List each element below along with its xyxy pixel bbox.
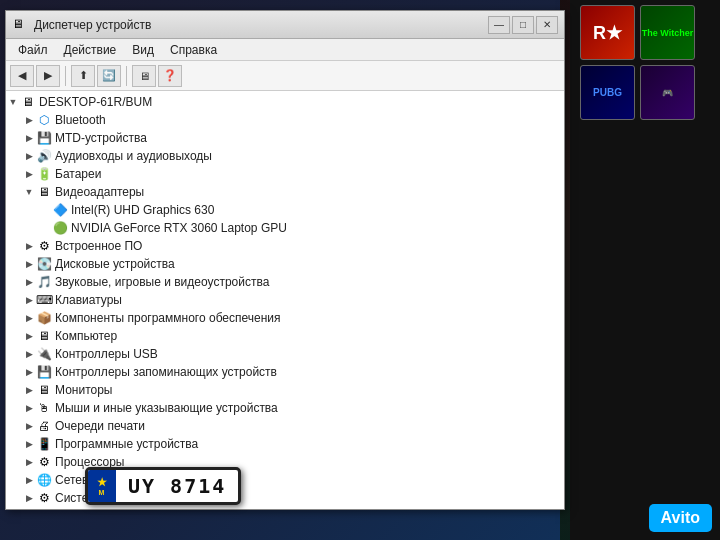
softdev-expander[interactable]: ▶ <box>22 437 36 451</box>
system-icon: ⚙ <box>36 490 52 506</box>
bluetooth-icon: ⬡ <box>36 112 52 128</box>
menu-action[interactable]: Действие <box>56 41 125 59</box>
tree-item-sound[interactable]: ▶ 🎵 Звуковые, игровые и видеоустройства <box>6 273 564 291</box>
tree-item-softdev[interactable]: ▶ 📱 Программные устройства <box>6 435 564 453</box>
monitors-icon: 🖥 <box>36 382 52 398</box>
tree-item-software[interactable]: ▶ 📦 Компоненты программного обеспечения <box>6 309 564 327</box>
hid-icon: 🕹 <box>36 508 52 509</box>
storage-icon: 💾 <box>36 364 52 380</box>
tree-item-intel-gpu[interactable]: ▶ 🔷 Intel(R) UHD Graphics 630 <box>6 201 564 219</box>
disk-icon: 💽 <box>36 256 52 272</box>
video-expander[interactable]: ▼ <box>22 185 36 199</box>
tree-item-print[interactable]: ▶ 🖨 Очереди печати <box>6 417 564 435</box>
up-button[interactable]: ⬆ <box>71 65 95 87</box>
storage-expander[interactable]: ▶ <box>22 365 36 379</box>
computer-expander[interactable]: ▶ <box>22 329 36 343</box>
audio-icon: 🔊 <box>36 148 52 164</box>
tree-item-bluetooth[interactable]: ▶ ⬡ Bluetooth <box>6 111 564 129</box>
mtd-expander[interactable]: ▶ <box>22 131 36 145</box>
mice-expander[interactable]: ▶ <box>22 401 36 415</box>
computer-label: Компьютер <box>55 329 117 343</box>
computer-node-icon: 🖥 <box>36 328 52 344</box>
plate-number: UY 8714 <box>116 474 238 498</box>
tree-item-storage[interactable]: ▶ 💾 Контроллеры запоминающих устройств <box>6 363 564 381</box>
battery-icon: 🔋 <box>36 166 52 182</box>
usb-label: Контроллеры USB <box>55 347 158 361</box>
window-controls: — □ ✕ <box>488 16 558 34</box>
tree-item-mtd[interactable]: ▶ 💾 MTD-устройства <box>6 129 564 147</box>
plate-eu-strip: ★ M <box>88 470 116 502</box>
nvidia-label: NVIDIA GeForce RTX 3060 Laptop GPU <box>71 221 287 235</box>
help-toolbar-button[interactable]: ❓ <box>158 65 182 87</box>
desktop: R★ The Witcher PUBG 🎮 🖥 Диспетчер устрой… <box>0 0 720 540</box>
network-icon: 🌐 <box>36 472 52 488</box>
network-expander[interactable]: ▶ <box>22 473 36 487</box>
processors-expander[interactable]: ▶ <box>22 455 36 469</box>
menu-file[interactable]: Файл <box>10 41 56 59</box>
root-expander[interactable]: ▼ <box>6 95 20 109</box>
audio-expander[interactable]: ▶ <box>22 149 36 163</box>
system-expander[interactable]: ▶ <box>22 491 36 505</box>
disk-expander[interactable]: ▶ <box>22 257 36 271</box>
tree-item-video[interactable]: ▼ 🖥 Видеоадаптеры <box>6 183 564 201</box>
game-thumb-1: R★ <box>580 5 635 60</box>
bluetooth-label: Bluetooth <box>55 113 106 127</box>
game-thumb-4: 🎮 <box>640 65 695 120</box>
device-tree[interactable]: ▼ 🖥 DESKTOP-61R/BUM ▶ ⬡ Bluetooth ▶ 💾 MT… <box>6 91 564 509</box>
tree-item-hid[interactable]: ▶ 🕹 Устройства HID (Human Interface Devi… <box>6 507 564 509</box>
license-plate: ★ M UY 8714 <box>85 467 241 505</box>
firmware-label: Встроенное ПО <box>55 239 142 253</box>
sound-expander[interactable]: ▶ <box>22 275 36 289</box>
processors-icon: ⚙ <box>36 454 52 470</box>
firmware-expander[interactable]: ▶ <box>22 239 36 253</box>
tree-item-disk[interactable]: ▶ 💽 Дисковые устройства <box>6 255 564 273</box>
tree-item-battery[interactable]: ▶ 🔋 Батареи <box>6 165 564 183</box>
software-icon: 📦 <box>36 310 52 326</box>
tree-root[interactable]: ▼ 🖥 DESKTOP-61R/BUM <box>6 93 564 111</box>
usb-expander[interactable]: ▶ <box>22 347 36 361</box>
avito-label: Avito <box>661 509 700 526</box>
print-expander[interactable]: ▶ <box>22 419 36 433</box>
video-label: Видеоадаптеры <box>55 185 144 199</box>
storage-label: Контроллеры запоминающих устройств <box>55 365 277 379</box>
computer-icon: 🖥 <box>20 94 36 110</box>
menu-bar: Файл Действие Вид Справка <box>6 39 564 61</box>
tree-item-mice[interactable]: ▶ 🖱 Мыши и иные указывающие устройства <box>6 399 564 417</box>
tree-item-computer[interactable]: ▶ 🖥 Компьютер <box>6 327 564 345</box>
avito-badge[interactable]: Avito <box>649 504 712 532</box>
menu-view[interactable]: Вид <box>124 41 162 59</box>
properties-button[interactable]: 🖥 <box>132 65 156 87</box>
tree-item-keyboards[interactable]: ▶ ⌨ Клавиатуры <box>6 291 564 309</box>
refresh-button[interactable]: 🔄 <box>97 65 121 87</box>
device-manager-window: 🖥 Диспетчер устройств — □ ✕ Файл Действи… <box>5 10 565 510</box>
keyboards-label: Клавиатуры <box>55 293 122 307</box>
tree-item-monitors[interactable]: ▶ 🖥 Мониторы <box>6 381 564 399</box>
tree-item-firmware[interactable]: ▶ ⚙ Встроенное ПО <box>6 237 564 255</box>
firmware-icon: ⚙ <box>36 238 52 254</box>
mice-label: Мыши и иные указывающие устройства <box>55 401 278 415</box>
bluetooth-expander[interactable]: ▶ <box>22 113 36 127</box>
tree-item-audio[interactable]: ▶ 🔊 Аудиовходы и аудиовыходы <box>6 147 564 165</box>
maximize-button[interactable]: □ <box>512 16 534 34</box>
keyboards-expander[interactable]: ▶ <box>22 293 36 307</box>
mtd-icon: 💾 <box>36 130 52 146</box>
softdev-label: Программные устройства <box>55 437 198 451</box>
monitors-expander[interactable]: ▶ <box>22 383 36 397</box>
audio-label: Аудиовходы и аудиовыходы <box>55 149 212 163</box>
nvidia-icon: 🟢 <box>52 220 68 236</box>
print-icon: 🖨 <box>36 418 52 434</box>
software-expander[interactable]: ▶ <box>22 311 36 325</box>
game-thumb-3: PUBG <box>580 65 635 120</box>
window-title: Диспетчер устройств <box>34 18 488 32</box>
mtd-label: MTD-устройства <box>55 131 147 145</box>
tree-item-usb[interactable]: ▶ 🔌 Контроллеры USB <box>6 345 564 363</box>
menu-help[interactable]: Справка <box>162 41 225 59</box>
back-button[interactable]: ◀ <box>10 65 34 87</box>
battery-expander[interactable]: ▶ <box>22 167 36 181</box>
title-bar: 🖥 Диспетчер устройств — □ ✕ <box>6 11 564 39</box>
tree-item-nvidia-gpu[interactable]: ▶ 🟢 NVIDIA GeForce RTX 3060 Laptop GPU <box>6 219 564 237</box>
minimize-button[interactable]: — <box>488 16 510 34</box>
close-button[interactable]: ✕ <box>536 16 558 34</box>
forward-button[interactable]: ▶ <box>36 65 60 87</box>
print-label: Очереди печати <box>55 419 145 433</box>
